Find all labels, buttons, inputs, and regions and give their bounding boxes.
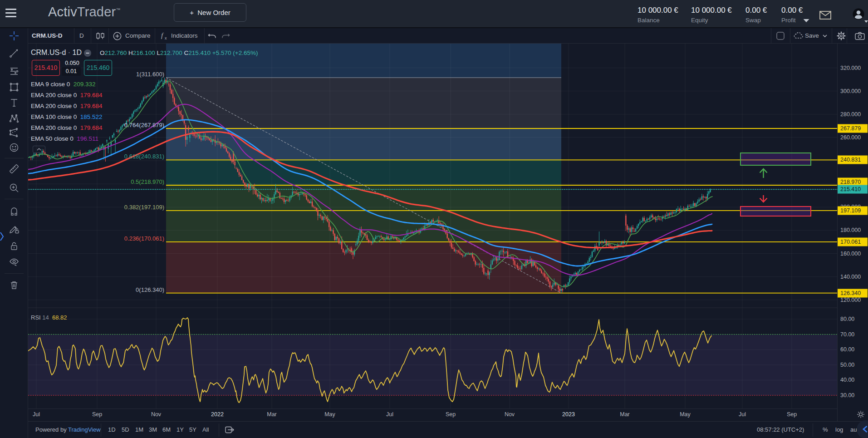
svg-text:f: f	[161, 32, 164, 39]
svg-text:x: x	[165, 36, 167, 40]
